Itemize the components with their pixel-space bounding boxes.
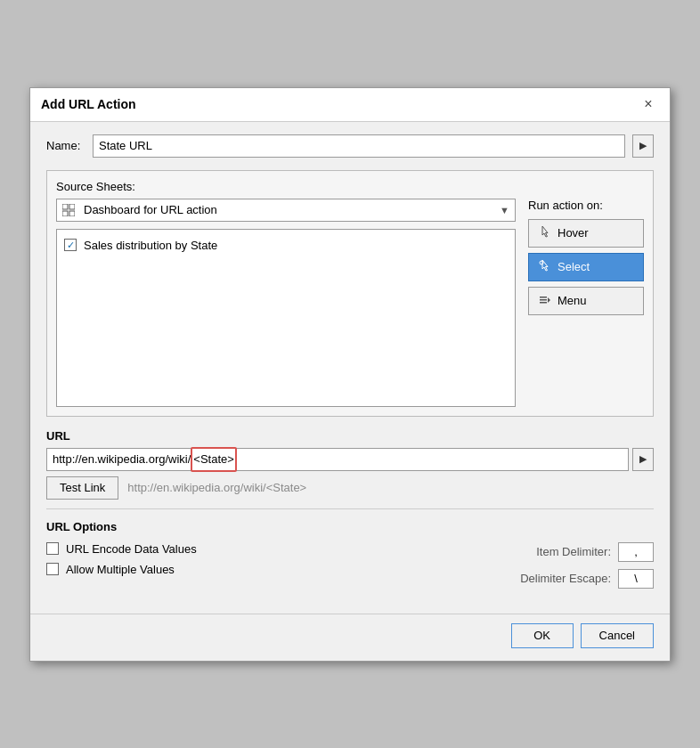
name-input[interactable] (93, 134, 625, 158)
close-button[interactable]: × (638, 94, 659, 115)
multiple-option-row: Allow Multiple Values (46, 563, 197, 576)
select-icon (538, 259, 552, 275)
select-label: Select (558, 260, 590, 273)
encode-label: URL Encode Data Values (66, 542, 197, 556)
dashboard-dropdown[interactable]: Dashboard for URL action ▼ (56, 199, 516, 222)
url-options-label: URL Options (46, 520, 654, 533)
delimiter-escape-label: Delimiter Escape: (520, 572, 611, 585)
grid-icon (62, 204, 75, 216)
encode-option-row: URL Encode Data Values (46, 542, 197, 556)
dialog-title: Add URL Action (41, 97, 136, 111)
url-section: URL http://en.wikipedia.org/wiki/<State>… (46, 429, 654, 500)
encode-checkbox[interactable] (46, 542, 59, 555)
url-arrow-button[interactable]: ▶ (632, 448, 654, 471)
item-delimiter-row: Item Delimiter: (520, 542, 654, 562)
svg-rect-1 (69, 204, 75, 209)
sheet-item: ✓ Sales distribution by State (64, 237, 508, 254)
url-input-row: http://en.wikipedia.org/wiki/<State> ▶ (46, 448, 654, 471)
url-display: http://en.wikipedia.org/wiki/<State> (47, 447, 242, 472)
menu-label: Menu (558, 294, 587, 307)
svg-rect-5 (540, 297, 547, 298)
dashboard-dropdown-content: Dashboard for URL action (62, 203, 217, 216)
dialog-footer: OK Cancel (30, 614, 670, 661)
run-action-column: Run action on: Hover (528, 199, 644, 407)
cancel-button[interactable]: Cancel (581, 623, 654, 648)
delimiter-escape-row: Delimiter Escape: (520, 569, 654, 589)
url-highlight: <State> (191, 447, 237, 472)
url-label: URL (46, 429, 654, 443)
sheets-left: Dashboard for URL action ▼ ✓ Sales distr… (56, 199, 516, 407)
hover-icon (538, 225, 552, 241)
svg-rect-6 (540, 299, 547, 301)
url-prefix: http://en.wikipedia.org/wiki/ (53, 449, 191, 470)
url-options-section: URL Options URL Encode Data Values Allow… (46, 508, 654, 589)
source-sheets-section: Source Sheets: (46, 170, 654, 417)
hover-button[interactable]: Hover (528, 219, 644, 248)
ok-button[interactable]: OK (511, 623, 574, 648)
dialog-body: Name: ▶ Source Sheets: (30, 122, 670, 605)
menu-icon (538, 293, 552, 309)
sheet-label: Sales distribution by State (84, 239, 217, 252)
add-url-action-dialog: Add URL Action × Name: ▶ Source Sheets: (29, 87, 671, 662)
name-arrow-button[interactable]: ▶ (632, 134, 654, 158)
svg-rect-0 (62, 204, 68, 209)
dashboard-name: Dashboard for URL action (84, 203, 217, 216)
test-link-row: Test Link http://en.wikipedia.org/wiki/<… (46, 476, 654, 500)
dropdown-arrow-icon: ▼ (500, 205, 509, 215)
sheet-checkbox[interactable]: ✓ (64, 239, 77, 251)
run-action-label: Run action on: (528, 199, 644, 212)
test-link-button[interactable]: Test Link (46, 476, 118, 500)
hover-label: Hover (558, 226, 589, 240)
delimiter-escape-input[interactable] (618, 569, 654, 589)
menu-button[interactable]: Menu (528, 287, 644, 315)
item-delimiter-label: Item Delimiter: (522, 545, 611, 558)
url-input-wrapper[interactable]: http://en.wikipedia.org/wiki/<State> (46, 448, 629, 471)
title-bar: Add URL Action × (30, 88, 670, 122)
name-row: Name: ▶ (46, 134, 654, 158)
svg-rect-3 (69, 211, 75, 216)
svg-rect-2 (62, 211, 68, 216)
source-sheets-label: Source Sheets: (56, 180, 644, 193)
item-delimiter-input[interactable] (618, 542, 654, 562)
sheets-list: ✓ Sales distribution by State (56, 229, 516, 407)
test-link-preview: http://en.wikipedia.org/wiki/<State> (127, 481, 306, 494)
delimiter-options: Item Delimiter: Delimiter Escape: (502, 542, 654, 589)
multiple-checkbox[interactable] (46, 563, 59, 575)
svg-rect-7 (540, 302, 547, 304)
source-sheets-inner: Dashboard for URL action ▼ ✓ Sales distr… (56, 199, 644, 407)
name-label: Name: (46, 139, 85, 152)
select-button[interactable]: Select (528, 253, 644, 281)
multiple-label: Allow Multiple Values (66, 563, 175, 576)
